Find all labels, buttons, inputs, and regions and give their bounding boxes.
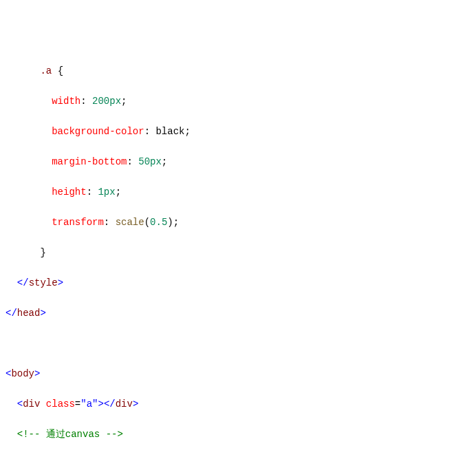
code-token: );: [167, 217, 179, 228]
code-token: :: [104, 217, 116, 228]
code-line[interactable]: </head>: [6, 306, 476, 321]
code-token: {: [58, 65, 63, 76]
code-line[interactable]: height: 1px;: [6, 184, 476, 200]
code-token: div: [23, 398, 40, 410]
code-token: >: [133, 398, 138, 410]
code-token: "a": [80, 398, 98, 410]
code-token: body: [11, 368, 34, 379]
code-token: }: [40, 247, 45, 258]
code-token: margin-bottom: [52, 156, 127, 167]
code-token: ></: [98, 398, 115, 410]
code-line[interactable]: .a {: [6, 63, 476, 78]
code-token: style: [29, 277, 58, 288]
code-token: [6, 338, 11, 349]
code-token: ;: [116, 187, 121, 198]
code-token: .a: [40, 65, 57, 76]
code-token: :: [87, 187, 98, 198]
code-token: :: [127, 156, 138, 167]
code-token: >: [34, 368, 40, 379]
code-token: ;: [121, 96, 127, 107]
code-token: :: [144, 126, 156, 137]
code-token: (: [144, 217, 150, 228]
code-line[interactable]: transform: scale(0.5);: [6, 215, 476, 230]
code-line[interactable]: <div class="a"></div>: [6, 396, 476, 412]
code-editor[interactable]: .a { width: 200px; background-color: bla…: [6, 63, 476, 457]
code-token: head: [17, 308, 41, 319]
code-token: </: [6, 308, 17, 319]
code-token: height: [52, 187, 86, 198]
code-token: [40, 398, 45, 410]
code-token: transform: [52, 217, 104, 228]
code-token: 200px: [92, 96, 121, 107]
code-line[interactable]: margin-bottom: 50px;: [6, 154, 476, 169]
code-line[interactable]: <body>: [6, 366, 476, 381]
code-line[interactable]: </style>: [6, 275, 476, 290]
code-line[interactable]: width: 200px;: [6, 94, 476, 109]
code-token: 1px: [98, 187, 115, 198]
code-token: ;: [162, 156, 167, 167]
code-token: <!-- 通过canvas -->: [17, 429, 123, 440]
code-token: >: [58, 277, 63, 288]
code-line[interactable]: background-color: black;: [6, 124, 476, 139]
code-token: 50px: [138, 156, 162, 167]
code-token: 0.5: [150, 217, 167, 228]
code-token: >: [40, 308, 45, 319]
code-token: </: [17, 277, 29, 288]
code-line[interactable]: }: [6, 245, 476, 260]
code-token: ;: [184, 126, 190, 137]
code-token: <: [17, 398, 23, 410]
code-token: background-color: [52, 126, 144, 137]
code-line[interactable]: [6, 336, 476, 351]
code-token: div: [116, 398, 133, 410]
code-token: class: [46, 398, 75, 410]
code-token: black: [155, 126, 184, 137]
code-line[interactable]: <!-- 通过canvas -->: [6, 427, 476, 442]
code-token: scale: [116, 217, 144, 228]
code-token: =: [75, 398, 80, 410]
code-token: :: [80, 96, 92, 107]
code-token: width: [52, 96, 80, 107]
